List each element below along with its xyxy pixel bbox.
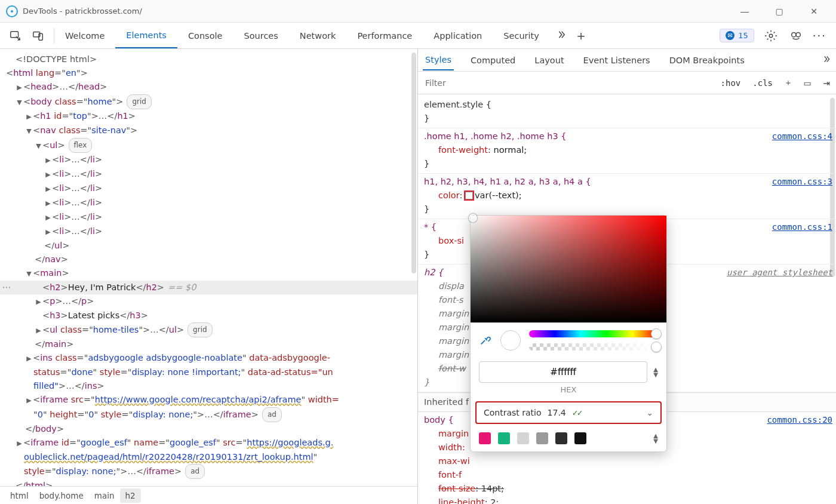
main-tag[interactable]: main [40, 268, 62, 278]
source-link[interactable]: common.css:1 [772, 220, 832, 234]
tab-elements[interactable]: Elements [115, 23, 177, 48]
palette-swatch[interactable] [517, 432, 529, 444]
ad-badge[interactable]: ad [262, 407, 282, 422]
tab-dom-breakpoints[interactable]: DOM Breakpoints [667, 51, 747, 70]
alpha-handle[interactable] [651, 342, 662, 352]
nav-tag[interactable]: nav [40, 125, 56, 135]
more-tabs-icon[interactable] [550, 29, 573, 42]
chevron-down-icon[interactable]: ⌄ [646, 408, 653, 417]
tab-performance[interactable]: Performance [346, 23, 423, 48]
ad-badge[interactable]: ad [185, 464, 205, 479]
source-link[interactable]: common.css:3 [772, 175, 832, 189]
expand-triangle-icon[interactable]: ▶ [16, 81, 23, 94]
tab-console[interactable]: Console [177, 23, 233, 48]
hov-toggle[interactable]: :hov [715, 78, 747, 88]
expand-triangle-icon[interactable]: ▶ [44, 168, 52, 182]
kebab-menu-icon[interactable]: ··· [813, 29, 826, 42]
tab-network[interactable]: Network [289, 23, 347, 48]
window-close-button[interactable]: ✕ [804, 7, 824, 16]
h1-tag[interactable]: h1 [40, 111, 51, 121]
crumb-html[interactable]: html [5, 488, 34, 503]
flex-badge[interactable]: flex [69, 138, 93, 153]
ul-tag[interactable]: ul [50, 325, 57, 334]
head-tag[interactable]: head [30, 82, 52, 91]
expand-triangle-icon[interactable]: ▶ [35, 295, 42, 309]
css-value[interactable]: normal; [493, 145, 527, 155]
more-tabs-icon[interactable] [822, 54, 831, 66]
expand-triangle-icon[interactable]: ▶ [16, 437, 23, 450]
iframe-tag[interactable]: iframe [40, 395, 68, 404]
iframe-tag[interactable]: iframe [30, 438, 59, 447]
tab-layout[interactable]: Layout [532, 51, 566, 70]
expand-triangle-icon[interactable]: ▶ [44, 211, 52, 225]
palette-swatch[interactable] [479, 432, 491, 444]
style-rule[interactable]: element.style { } [418, 97, 836, 128]
settings-gear-icon[interactable] [763, 27, 779, 44]
format-switch-icon[interactable]: ▲▼ [653, 367, 658, 377]
expand-triangle-icon[interactable]: ▶ [44, 225, 52, 239]
p-tag[interactable]: p [50, 296, 55, 306]
selected-node[interactable]: ⋯ <h2>Hey, I'm Patrick</h2>== $0 [6, 281, 417, 294]
palette-swatch[interactable] [536, 432, 548, 444]
tab-styles[interactable]: Styles [423, 50, 454, 70]
expand-triangle-icon[interactable]: ▶ [44, 153, 52, 167]
palette-swatch[interactable] [574, 432, 586, 444]
new-tab-plus-icon[interactable]: ＋ [573, 27, 589, 44]
issues-badge[interactable]: ✉ 15 [720, 29, 754, 42]
alpha-slider[interactable] [529, 343, 658, 351]
expand-triangle-icon[interactable]: ▶ [35, 324, 42, 337]
tab-event-listeners[interactable]: Event Listeners [581, 51, 653, 70]
ellipsis-icon[interactable]: ⋯ [0, 281, 13, 294]
computed-toggle-icon[interactable]: ▭ [798, 78, 817, 88]
hex-input[interactable] [479, 361, 647, 383]
ul-tag[interactable]: ul [50, 140, 57, 150]
tab-sources[interactable]: Sources [233, 23, 288, 48]
collapse-triangle-icon[interactable]: ▼ [25, 267, 33, 281]
li-tag[interactable]: li [59, 226, 64, 236]
li-tag[interactable]: li [59, 212, 64, 222]
window-minimize-button[interactable]: ― [734, 7, 755, 16]
css-value[interactable]: var(--text); [475, 190, 522, 200]
palette-swatch[interactable] [555, 432, 567, 444]
css-property[interactable]: box-si [438, 236, 464, 245]
grid-badge[interactable]: grid [127, 94, 152, 109]
styles-filter-input[interactable] [418, 78, 715, 88]
sv-handle[interactable] [469, 214, 477, 222]
li-tag[interactable]: li [59, 169, 64, 179]
li-tag[interactable]: li [59, 155, 64, 164]
crumb-body[interactable]: body.home [34, 488, 89, 503]
html-open-tag[interactable]: html [13, 68, 33, 78]
expand-triangle-icon[interactable]: ▶ [25, 352, 33, 365]
h3-tag[interactable]: h3 [50, 311, 60, 320]
source-link[interactable]: common.css:20 [767, 413, 832, 427]
palette-swatch[interactable] [498, 432, 510, 444]
device-toolbar-icon[interactable] [30, 27, 47, 44]
collapse-triangle-icon[interactable]: ▼ [16, 96, 23, 109]
palette-switch-icon[interactable]: ▲▼ [653, 433, 658, 444]
hue-handle[interactable] [651, 328, 662, 339]
feedback-icon[interactable] [788, 27, 804, 44]
style-rule[interactable]: common.css:4 .home h1, .home h2, .home h… [418, 128, 836, 174]
style-rule[interactable]: common.css:3 h1, h2, h3, h4, h1 a, h2 a,… [418, 174, 836, 219]
css-property[interactable]: font-weight [438, 145, 488, 155]
grid-badge[interactable]: grid [188, 322, 213, 337]
li-tag[interactable]: li [59, 183, 64, 193]
eyedropper-icon[interactable] [479, 333, 492, 348]
crumb-h2[interactable]: h2 [120, 488, 141, 503]
body-tag[interactable]: body [30, 97, 52, 106]
scrollbar-thumb[interactable] [411, 53, 416, 273]
tab-welcome[interactable]: Welcome [54, 23, 115, 48]
tab-application[interactable]: Application [423, 23, 493, 48]
ins-tag[interactable]: ins [40, 353, 53, 362]
source-link[interactable]: common.css:4 [772, 130, 832, 143]
li-tag[interactable]: li [59, 198, 64, 207]
collapse-triangle-icon[interactable]: ▼ [25, 124, 33, 138]
tab-security[interactable]: Security [493, 23, 550, 48]
expand-triangle-icon[interactable]: ▶ [44, 182, 52, 196]
collapse-triangle-icon[interactable]: ▼ [35, 139, 42, 153]
expand-triangle-icon[interactable]: ▶ [44, 196, 52, 210]
expand-triangle-icon[interactable]: ▶ [25, 394, 33, 407]
saturation-value-area[interactable] [471, 216, 666, 323]
tab-computed[interactable]: Computed [468, 51, 518, 70]
hue-slider[interactable] [529, 330, 658, 337]
